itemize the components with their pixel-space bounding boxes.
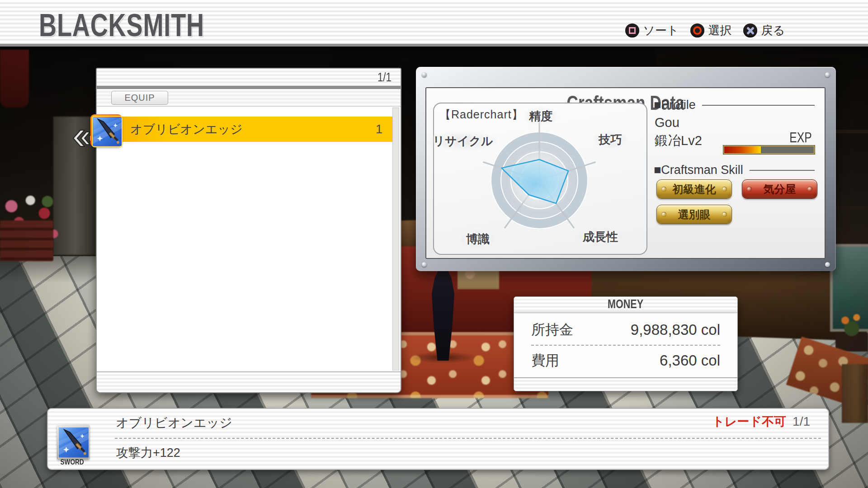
tab-equip[interactable]: EQUIP bbox=[111, 91, 168, 105]
header-bar: BLACKSMITH ソート 選択 戻る bbox=[0, 0, 868, 47]
exp-bar bbox=[723, 145, 815, 154]
sword-item-icon bbox=[92, 116, 123, 147]
item-list-panel: 1/1 EQUIP bbox=[96, 68, 401, 393]
detail-meta: トレード不可 1/1 bbox=[712, 413, 810, 430]
detail-item-name: オブリビオンエッジ bbox=[116, 414, 232, 432]
exp-fill bbox=[724, 146, 761, 153]
item-icon-frame bbox=[90, 114, 122, 147]
craftsman-inner-panel: Craftsman Data 【Raderchart】 bbox=[425, 87, 826, 259]
craftsman-level: 鍛冶Lv2 bbox=[655, 132, 702, 150]
item-list: オブリビオンエッジ 1 bbox=[97, 107, 401, 371]
craftsman-name: Gou bbox=[655, 115, 679, 130]
cost-label: 費用 bbox=[531, 351, 559, 370]
list-scrollbar[interactable] bbox=[392, 108, 399, 371]
trade-flag: トレード不可 bbox=[712, 413, 786, 430]
craftsman-skill-list: 初級進化 気分屋 選別眼 bbox=[656, 179, 819, 224]
radar-axis-label: 技巧 bbox=[593, 131, 627, 149]
back-button[interactable]: 戻る bbox=[743, 23, 785, 38]
item-category-label: SWORD bbox=[54, 458, 90, 467]
sword-item-icon bbox=[58, 426, 89, 459]
skill-badge-kibunya: 気分屋 bbox=[742, 179, 817, 199]
rivet-icon bbox=[722, 187, 727, 192]
rivet-icon bbox=[722, 212, 727, 217]
sort-label: ソート bbox=[643, 23, 679, 38]
controller-hints: ソート 選択 戻る bbox=[625, 23, 785, 38]
sort-button[interactable]: ソート bbox=[625, 23, 679, 38]
profile-heading: ■Profile bbox=[654, 98, 815, 112]
item-count: 1 bbox=[376, 122, 382, 136]
rivet-icon bbox=[422, 72, 427, 77]
blacksmith-screen: BLACKSMITH ソート 選択 戻る 1/1 EQUIP bbox=[0, 0, 868, 488]
money-panel: MONEY 所持金 9,988,830 col 費用 6,360 col bbox=[514, 296, 738, 391]
list-tab-row: EQUIP bbox=[97, 89, 401, 107]
list-item-oblivion-edge[interactable]: オブリビオンエッジ 1 bbox=[97, 117, 392, 142]
craftsman-info-column: ■Profile Gou 鍛冶Lv2 EXP ■Craftsman Skill … bbox=[654, 88, 815, 258]
rivet-icon bbox=[661, 212, 666, 217]
detail-item-icon-frame bbox=[57, 424, 90, 460]
list-footer bbox=[97, 371, 401, 392]
exp-label: EXP bbox=[787, 130, 815, 146]
money-footer bbox=[514, 377, 737, 391]
skill-badge-senbetsugan: 選別眼 bbox=[656, 205, 732, 224]
craftsman-data-panel: Craftsman Data 【Raderchart】 bbox=[416, 67, 836, 271]
cross-button-icon bbox=[743, 23, 757, 38]
holdings-label: 所持金 bbox=[531, 320, 573, 339]
rivet-icon bbox=[747, 187, 752, 192]
money-body: 所持金 9,988,830 col 費用 6,360 col bbox=[514, 313, 737, 377]
list-divider bbox=[97, 86, 401, 89]
radar-chart-title: 【Raderchart】 bbox=[439, 107, 524, 122]
item-detail-bar: SWORD オブリビオンエッジ 攻撃力+122 トレード不可 1/1 bbox=[47, 408, 829, 470]
cost-value: 6,360 col bbox=[660, 352, 720, 369]
rivet-icon bbox=[825, 262, 830, 267]
money-row-cost: 費用 6,360 col bbox=[531, 346, 720, 375]
scrollbar-thumb[interactable] bbox=[393, 108, 399, 371]
back-label: 戻る bbox=[761, 23, 785, 38]
page-indicator: 1/1 bbox=[377, 70, 392, 84]
rivet-icon bbox=[825, 72, 830, 77]
select-label: 選択 bbox=[708, 23, 731, 38]
list-header: 1/1 bbox=[97, 69, 401, 86]
money-title: MONEY bbox=[514, 297, 737, 313]
radar-chart-box: 【Raderchart】 bbox=[433, 103, 647, 255]
radar-axis-label: 博識 bbox=[461, 230, 495, 249]
square-button-icon bbox=[625, 23, 639, 38]
money-row-holdings: 所持金 9,988,830 col bbox=[531, 315, 720, 345]
rivet-icon bbox=[661, 187, 666, 192]
page-title: BLACKSMITH bbox=[39, 6, 204, 43]
stack-count: 1/1 bbox=[793, 414, 810, 429]
circle-button-icon bbox=[690, 23, 704, 38]
item-name: オブリビオンエッジ bbox=[130, 121, 243, 137]
holdings-value: 9,988,830 col bbox=[631, 321, 720, 338]
rivet-icon bbox=[807, 187, 812, 192]
skill-badge-shokyu-shinka: 初級進化 bbox=[656, 179, 732, 199]
radar-axis-label: 精度 bbox=[524, 107, 558, 126]
radar-axis-label: リサイクル bbox=[427, 132, 498, 150]
craftsman-skill-heading: ■Craftsman Skill bbox=[654, 163, 815, 177]
select-button[interactable]: 選択 bbox=[690, 23, 731, 38]
detail-item-stat: 攻撃力+122 bbox=[116, 445, 180, 461]
detail-divider bbox=[115, 438, 821, 439]
radar-axis-label: 成長性 bbox=[577, 228, 623, 246]
rivet-icon bbox=[422, 262, 427, 267]
